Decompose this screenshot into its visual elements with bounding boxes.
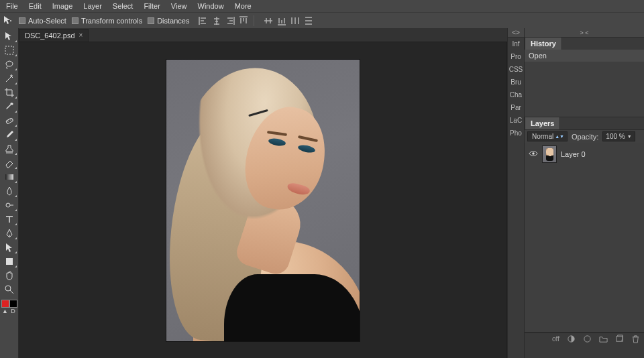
align-top-icon[interactable] (239, 16, 248, 25)
align-vcenter-icon[interactable] (264, 16, 273, 25)
right-panel-toggle[interactable]: > < (525, 28, 644, 38)
svg-point-10 (584, 336, 590, 342)
collapsed-panel-strip: <> Inf Pro CSS Bru Cha Par LaC Pho (507, 28, 525, 358)
menu-layer[interactable]: Layer (78, 1, 107, 11)
menu-filter[interactable]: Filter (139, 1, 164, 11)
new-layer-icon[interactable] (614, 335, 624, 344)
align-buttons (199, 16, 248, 25)
svg-rect-4 (5, 174, 13, 180)
svg-point-3 (10, 119, 11, 120)
color-swatches[interactable]: ▲D (1, 300, 17, 314)
history-tab[interactable]: History (525, 37, 562, 50)
app-root: File Edit Image Layer Select Filter View… (0, 0, 644, 358)
panel-info[interactable]: Inf (508, 38, 524, 50)
blend-mode-select[interactable]: Normal▲▼ (527, 131, 568, 141)
menu-more[interactable]: More (230, 1, 256, 11)
default-colors-icon[interactable]: D (9, 308, 17, 314)
chevron-down-icon: ▼ (627, 134, 632, 139)
transform-controls-checkbox[interactable]: Transform controls (72, 17, 142, 25)
panel-photo[interactable]: Pho (508, 127, 524, 139)
menu-window[interactable]: Window (193, 1, 229, 11)
foreground-swatch[interactable] (1, 300, 9, 308)
zoom-tool[interactable] (1, 283, 17, 296)
svg-rect-1 (5, 118, 13, 124)
panel-css[interactable]: CSS (508, 63, 524, 76)
layer-name[interactable]: Layer 0 (561, 150, 586, 158)
workspace: DSC_6402.psd × (19, 28, 507, 358)
distribute-h-icon[interactable] (290, 16, 300, 25)
menu-image[interactable]: Image (48, 1, 78, 11)
folder-icon[interactable] (598, 335, 608, 344)
align-right-icon[interactable] (225, 16, 235, 25)
document-tabstrip: DSC_6402.psd × (19, 28, 507, 42)
layer-row[interactable]: Layer 0 (525, 143, 644, 166)
close-tab-icon[interactable]: × (79, 32, 83, 39)
menu-select[interactable]: Select (108, 1, 138, 11)
document-tab[interactable]: DSC_6402.psd × (19, 29, 89, 42)
move-tool-icon (3, 15, 13, 27)
document-tab-label: DSC_6402.psd (25, 32, 75, 40)
blend-mode-value: Normal (532, 133, 553, 140)
opacity-input[interactable]: 100 % ▼ (602, 131, 635, 141)
document-canvas[interactable] (166, 60, 360, 341)
canvas-area[interactable] (19, 42, 507, 358)
align-left-icon[interactable] (199, 16, 208, 25)
auto-select-label: Auto-Select (28, 17, 66, 25)
trash-icon[interactable] (631, 335, 640, 344)
layers-panel: Layers Normal▲▼ Opacity: 100 % ▼ (525, 117, 644, 333)
align-hcenter-icon[interactable] (212, 16, 221, 25)
opacity-value: 100 % (606, 133, 625, 140)
separator (254, 15, 254, 26)
background-swatch[interactable] (9, 300, 17, 308)
distances-label: Distances (157, 17, 189, 25)
opacity-label: Opacity: (572, 133, 598, 141)
menu-bar: File Edit Image Layer Select Filter View… (0, 0, 644, 12)
menu-file[interactable]: File (1, 1, 23, 11)
svg-point-5 (6, 203, 10, 207)
adjustment-icon[interactable] (582, 335, 592, 344)
panel-layercomps[interactable]: LaC (508, 114, 524, 127)
panel-brush[interactable]: Bru (508, 76, 524, 88)
menu-edit[interactable]: Edit (24, 1, 46, 11)
layer-visibility-icon[interactable] (529, 150, 538, 158)
layers-footer: off (525, 333, 644, 345)
autoselect-off-label: off (552, 335, 559, 343)
options-bar: Auto-Select Transform controls Distances (0, 12, 644, 28)
panel-paragraph[interactable]: Par (508, 101, 524, 114)
hand-tool[interactable] (1, 269, 17, 282)
svg-rect-0 (5, 46, 13, 54)
history-item[interactable]: Open (525, 50, 644, 62)
transform-controls-label: Transform controls (81, 17, 142, 25)
auto-select-checkbox[interactable]: Auto-Select (19, 17, 66, 25)
distances-checkbox[interactable]: Distances (148, 17, 189, 25)
distribute-v-icon[interactable] (304, 16, 313, 25)
tool-bar: ▲D (0, 28, 19, 358)
svg-point-7 (5, 286, 11, 291)
panelstrip-toggle[interactable]: <> (508, 28, 524, 38)
panel-character[interactable]: Cha (508, 88, 524, 101)
layers-options: Normal▲▼ Opacity: 100 % ▼ (525, 129, 644, 143)
svg-rect-6 (6, 258, 13, 265)
history-panel: History Open (525, 38, 644, 117)
layer-thumbnail[interactable] (542, 145, 557, 163)
align-bottom-icon[interactable] (277, 16, 286, 25)
layers-tab[interactable]: Layers (525, 117, 560, 129)
svg-point-8 (532, 152, 535, 155)
swap-colors-icon[interactable]: ▲ (1, 308, 9, 314)
dropdown-icon: ▲▼ (555, 134, 564, 139)
distribute-buttons (264, 16, 313, 25)
menu-view[interactable]: View (166, 1, 192, 11)
svg-rect-11 (616, 337, 622, 341)
svg-point-2 (7, 121, 8, 121)
panel-properties[interactable]: Pro (508, 50, 524, 63)
right-panel-column: > < History Open Layers Normal▲▼ Opacity… (525, 28, 644, 358)
mask-icon[interactable] (566, 335, 576, 344)
